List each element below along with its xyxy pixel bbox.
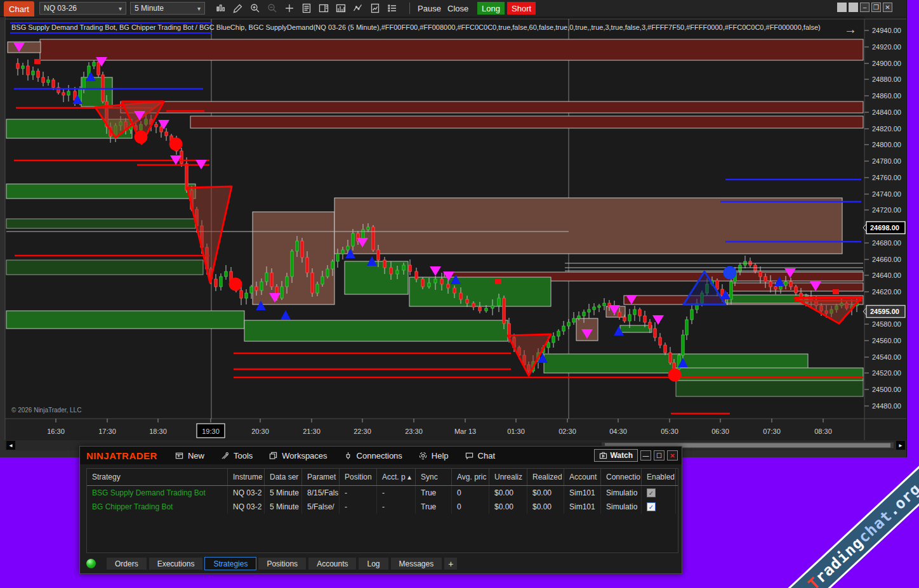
enabled-checkbox[interactable]: ✓ — [647, 488, 656, 497]
short-button[interactable]: Short — [507, 2, 536, 15]
svg-text:19:30: 19:30 — [202, 428, 220, 435]
panel-icon[interactable] — [315, 1, 332, 16]
watch-button[interactable]: Watch — [594, 449, 638, 462]
tab-accounts[interactable]: Accounts — [308, 557, 357, 570]
maximize-icon[interactable]: ☐ — [654, 450, 664, 461]
tab-orders[interactable]: Orders — [106, 557, 147, 570]
window-tool-button[interactable] — [849, 3, 858, 12]
table-cell: NQ 03-2 — [228, 500, 265, 514]
svg-text:24540.00: 24540.00 — [872, 353, 901, 361]
column-header-avg-pric[interactable]: Avg. pric — [452, 469, 489, 485]
tab-positions[interactable]: Positions — [258, 557, 307, 570]
column-header-unrealiz[interactable]: Unrealiz — [489, 469, 527, 485]
table-cell: 0 — [452, 500, 489, 514]
table-cell: Sim101 — [564, 500, 601, 514]
strategy-row[interactable]: BG Chipper Trading BotNQ 03-25 Minute5/F… — [87, 500, 678, 514]
bars-icon[interactable] — [212, 1, 229, 16]
column-header-connectio[interactable]: Connectio — [601, 469, 642, 485]
list-icon[interactable] — [383, 1, 400, 16]
minimize-icon[interactable]: — — [640, 450, 651, 461]
scroll-left-icon[interactable]: ◄ — [8, 443, 13, 448]
ninjatrader-logo: NINJATRADER — [86, 450, 157, 461]
level-price-tag: 24698.00 — [870, 224, 899, 232]
column-header-acct-p[interactable]: Acct. p ▴ — [377, 469, 416, 485]
svg-text:24620.00: 24620.00 — [872, 288, 901, 296]
column-header-position[interactable]: Position — [340, 469, 377, 485]
svg-text:16:30: 16:30 — [47, 428, 65, 435]
column-header-strategy[interactable]: Strategy — [87, 469, 228, 485]
control-center-titlebar[interactable]: NINJATRADER New Tools Workspaces Connect… — [80, 447, 682, 464]
page-chart-icon[interactable] — [366, 1, 383, 16]
table-cell: 8/15/Fals — [302, 486, 340, 500]
chart-plot[interactable]: BSG Supply Demand Trading Bot, BG Chippe… — [0, 16, 906, 452]
menu-label: Chat — [478, 451, 495, 461]
column-header-account[interactable]: Account — [564, 469, 601, 485]
tab-messages[interactable]: Messages — [390, 557, 443, 570]
pencil-icon[interactable] — [229, 1, 246, 16]
column-header-realized[interactable]: Realized — [527, 469, 564, 485]
tab-executions[interactable]: Executions — [149, 557, 204, 570]
close-position-button[interactable]: Close — [443, 2, 473, 15]
restore-icon[interactable]: ❐ — [871, 3, 881, 12]
control-center-tabs: OrdersExecutionsStrategiesPositionsAccou… — [86, 557, 458, 570]
strategy-name: BSG Supply Demand Trading Bot — [87, 486, 228, 500]
copyright-text: © 2026 NinjaTrader, LLC — [11, 407, 81, 414]
scroll-right-icon[interactable]: ► — [898, 443, 903, 448]
close-icon[interactable]: ✕ — [883, 3, 892, 12]
menu-label: Help — [432, 451, 449, 461]
tab-chart[interactable]: Chart — [4, 1, 34, 16]
zigzag-icon[interactable] — [349, 1, 366, 16]
interval-dropdown[interactable]: 5 Minute ▾ — [130, 2, 205, 15]
column-header-paramet[interactable]: Paramet — [302, 469, 340, 485]
menu-label: Tools — [234, 451, 253, 461]
watermark-banner: Tradingchat.org — [785, 461, 919, 588]
enabled-checkbox[interactable]: ✓ — [647, 502, 656, 511]
tab-log[interactable]: Log — [358, 557, 388, 570]
scroll-to-latest-icon[interactable]: → — [844, 22, 857, 36]
close-icon[interactable]: ✕ — [667, 450, 678, 461]
window-tool-button[interactable] — [837, 3, 847, 12]
add-tab-button[interactable]: + — [444, 557, 458, 570]
strategy-row[interactable]: BSG Supply Demand Trading BotNQ 03-25 Mi… — [87, 486, 678, 500]
long-button[interactable]: Long — [477, 2, 505, 15]
chart-title: BSG Supply Demand Trading Bot, BG Chippe… — [11, 23, 821, 31]
column-header-data-ser[interactable]: Data ser — [265, 469, 302, 485]
plus-icon[interactable] — [281, 1, 298, 16]
menu-workspaces[interactable]: Workspaces — [269, 451, 327, 461]
svg-text:24660.00: 24660.00 — [872, 256, 901, 263]
svg-text:24520.00: 24520.00 — [872, 369, 901, 377]
minimize-icon[interactable]: – — [860, 3, 869, 12]
pause-button[interactable]: Pause — [413, 2, 446, 15]
column-header-sync[interactable]: Sync — [416, 469, 452, 485]
svg-text:17:30: 17:30 — [98, 428, 116, 435]
svg-text:05:30: 05:30 — [661, 428, 678, 435]
zoom-out-icon[interactable] — [263, 1, 281, 16]
chevron-down-icon: ▾ — [119, 5, 122, 12]
menu-tools[interactable]: Tools — [221, 451, 253, 461]
menu-new[interactable]: New — [175, 451, 204, 461]
strategy-name: BG Chipper Trading Bot — [87, 500, 228, 514]
page-lines-icon[interactable] — [298, 1, 315, 16]
table-cell: 0 — [452, 486, 489, 500]
svg-text:01:30: 01:30 — [507, 428, 525, 435]
svg-text:24760.00: 24760.00 — [872, 174, 901, 181]
menu-label: New — [188, 451, 204, 461]
instrument-dropdown[interactable]: NQ 03-26 ▾ — [39, 2, 126, 15]
svg-text:24640.00: 24640.00 — [872, 271, 901, 279]
menu-connections[interactable]: Connections — [344, 451, 402, 461]
svg-text:24720.00: 24720.00 — [872, 206, 901, 214]
table-cell: - — [377, 486, 416, 500]
table-cell: - — [377, 500, 416, 514]
column-header-enabled[interactable]: Enabled — [642, 469, 676, 485]
tab-strategies[interactable]: Strategies — [204, 557, 256, 570]
svg-text:24680.00: 24680.00 — [872, 239, 901, 247]
table-cell: 5/False/ — [302, 500, 340, 514]
column-header-instrume[interactable]: Instrume — [228, 469, 265, 485]
svg-text:24920.00: 24920.00 — [872, 43, 901, 51]
histogram-icon[interactable] — [332, 1, 349, 16]
menu-chat[interactable]: Chat — [465, 451, 495, 461]
menu-help[interactable]: Help — [419, 451, 449, 461]
zoom-in-icon[interactable] — [246, 1, 263, 16]
watch-label: Watch — [610, 451, 633, 460]
svg-text:07:30: 07:30 — [763, 428, 781, 435]
